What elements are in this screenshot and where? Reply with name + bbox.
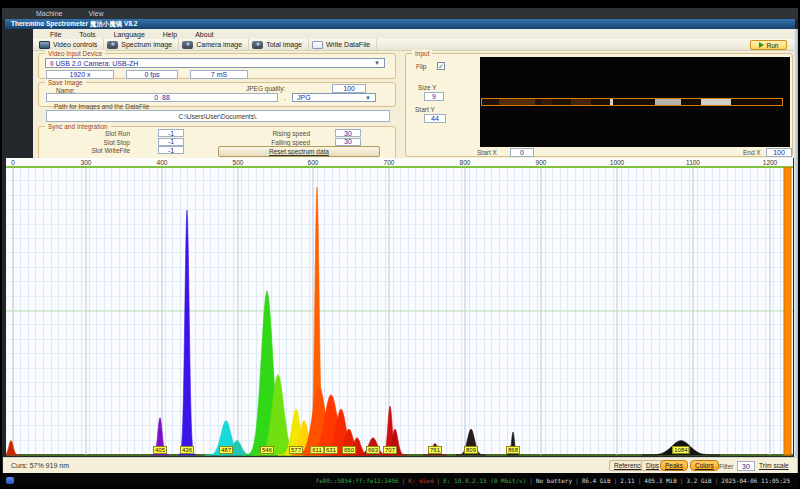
peak-436 [178,210,196,455]
vm-menu-view[interactable]: View [88,10,103,17]
fps-box: 0 fps [126,70,178,79]
status-separator: | [437,477,441,484]
spectral-line [542,99,552,105]
filter-input[interactable]: 30 [737,461,755,471]
status-segment: K: died [408,477,433,484]
x-tick-300: 300 [81,159,92,166]
reset-spectrum-button[interactable]: Reset spectrum data [218,146,380,157]
status-segment: E: 10.0.2.15 (0 Mbit/s) [443,477,526,484]
camera-icon [107,41,118,49]
play-icon [759,42,764,48]
spectrum-svg [6,167,793,456]
status-segment: 405.3 MiB [644,477,677,484]
input-group-title: Input [412,50,432,58]
sync-label-slot-stop: Slot Stop [60,139,130,146]
video-input-group-title: Video Input Device [45,50,105,58]
toolbar-total-image[interactable]: Total image [249,39,309,50]
toolbar-write-datafile[interactable]: Write DataFile [309,39,377,50]
x-tick-1200: 1200 [763,159,777,166]
status-segment: fe80::5854:ff:fe12:3456 [316,477,399,484]
spectral-line [655,99,681,105]
dot-label: . [284,94,286,101]
peak-label-868: 868 [506,446,520,454]
start-y-label: Start Y [415,106,435,113]
trim-scale-button[interactable]: Trim scale [755,460,793,471]
sync-input-slot-run[interactable]: -1 [158,129,184,137]
spectrum-plot[interactable]: 4054364875465776116316506937077618098681… [6,167,793,456]
run-button-label: Run [767,42,779,49]
peaks-button[interactable]: Peaks [660,460,688,471]
sync-input-slot-writefile[interactable]: -1 [158,146,184,154]
status-segment: 3.2 GiB [686,477,711,484]
x-tick-600: 600 [308,159,319,166]
colors-button[interactable]: Colors [690,460,719,471]
peak-label-487: 487 [219,446,233,454]
write-datafile-label: Write DataFile [326,41,370,48]
peak-label-809: 809 [464,446,478,454]
vm-menubar: MachineView [2,8,798,19]
menu-language[interactable]: Language [105,31,154,38]
size-y-label: Size Y [418,84,437,91]
app-title: Theremino Spectrometer 魔法小魔镜 V8.2 [11,20,137,29]
camera-image-label: Camera image [196,41,242,48]
filename-input[interactable]: 0_88 [46,93,278,102]
x-tick-1100: 1100 [686,159,700,166]
status-separator: | [575,477,579,484]
x-tick-0: 0 [11,159,15,166]
menu-tools[interactable]: Tools [70,31,104,38]
peak-label-761: 761 [428,446,442,454]
sync-input-slot-stop[interactable]: -1 [158,138,184,146]
vm-menu-machine[interactable]: Machine [36,10,62,17]
window-scrollbar[interactable] [794,29,798,473]
start-y-input[interactable]: 44 [424,114,446,123]
camera-selection-band[interactable] [481,98,783,106]
video-controls-icon [39,41,50,49]
path-input[interactable]: C:\Users\User\Documents\. [46,110,390,122]
x-tick-800: 800 [460,159,471,166]
video-device-value: Il USB 2.0 Camera: USB-ZH [50,60,138,67]
start-x-input[interactable]: 0 [510,148,534,157]
app-titlebar: Theremino Spectrometer 魔法小魔镜 V8.2 [5,19,795,29]
x-tick-500: 500 [233,159,244,166]
flip-checkbox[interactable]: ✓ [437,62,445,70]
peak-label-631: 631 [324,446,338,454]
sync-input-falling-speed[interactable]: 30 [335,138,361,146]
datafile-icon [312,41,323,49]
x-tick-400: 400 [157,159,168,166]
peak-label-577: 577 [289,446,303,454]
video-device-select[interactable]: Il USB 2.0 Camera: USB-ZH ▼ [45,58,385,68]
jpeg-quality-label: JPEG quality: [246,85,285,92]
status-separator: | [680,477,684,484]
format-select[interactable]: JPG ▼ [292,93,376,102]
chevron-down-icon: ▼ [365,95,371,101]
end-x-input[interactable]: 100 [766,148,792,157]
menu-about[interactable]: About [186,31,222,38]
spectrum-image-label: Spectrum image [121,41,172,48]
start-x-label: Start X [477,149,497,156]
peak-label-611: 611 [310,446,324,454]
sync-label-falling-speed: Falling speed [235,139,310,146]
sync-input-rising-speed[interactable]: 30 [335,129,361,137]
run-button[interactable]: Run [750,40,787,50]
toolbar-camera-image[interactable]: Camera image [179,39,249,50]
total-image-label: Total image [266,41,302,48]
app-menubar: FileToolsLanguageHelpAbout [33,29,795,39]
peak-label-546: 546 [260,446,274,454]
peak-label-707: 707 [383,446,397,454]
size-y-input[interactable]: 9 [424,92,444,101]
peak-label-1084: 1084 [672,446,689,454]
status-segment: 86.4 GiB [582,477,611,484]
camera-icon [252,41,263,49]
menu-file[interactable]: File [41,31,70,38]
peak-label-650: 650 [342,446,356,454]
status-segment: 2025-04-06 11:05:25 [721,477,790,484]
vm-statusbar: fe80::5854:ff:fe12:3456|K: died|E: 10.0.… [2,473,798,487]
end-x-label: End X [743,149,761,156]
toolbar-video-controls[interactable]: Video controls [36,39,104,50]
x-tick-700: 700 [384,159,395,166]
flip-label: Flip [416,63,426,70]
vm-notification-icon[interactable] [6,477,14,484]
jpeg-quality-input[interactable]: 100 [332,84,366,93]
toolbar-spectrum-image[interactable]: Spectrum image [104,39,179,50]
menu-help[interactable]: Help [154,31,186,38]
